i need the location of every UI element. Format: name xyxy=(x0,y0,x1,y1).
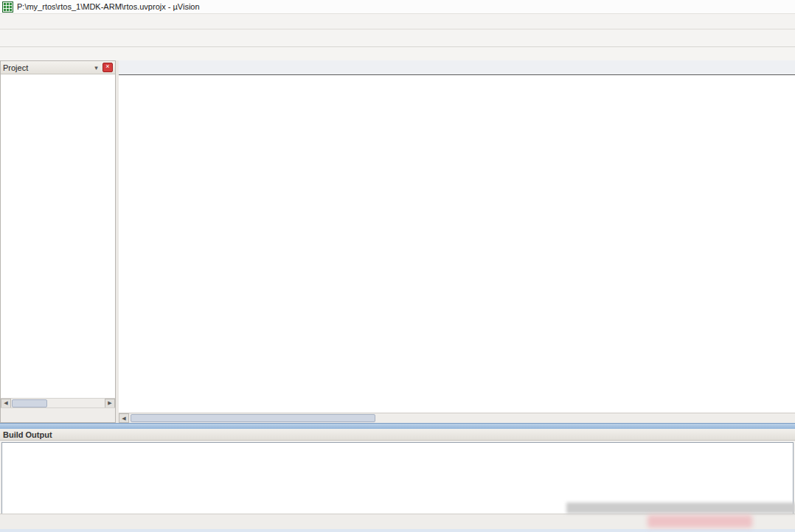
build-output-title: Build Output xyxy=(3,430,52,439)
main-area: Project ▾ × ◀ ▶ ◀ xyxy=(0,60,795,423)
window-title: P:\my_rtos\rtos_1\MDK-ARM\rtos.uvprojx -… xyxy=(17,2,200,11)
scroll-left-icon[interactable]: ◀ xyxy=(1,399,11,408)
watermark-blur-pink xyxy=(648,515,752,528)
project-panel-tabs xyxy=(1,407,115,422)
watermark-blur-gray xyxy=(566,503,795,514)
editor-tab-bar xyxy=(119,60,795,75)
pushpin-icon[interactable]: ▾ xyxy=(92,63,100,71)
status-bar xyxy=(0,529,795,532)
project-panel-header: Project ▾ × xyxy=(1,61,115,74)
toolbar-main xyxy=(0,29,795,47)
scroll-thumb[interactable] xyxy=(12,399,47,407)
keil-uvision-window: P:\my_rtos\rtos_1\MDK-ARM\rtos.uvprojx -… xyxy=(0,0,795,532)
project-panel-title: Project xyxy=(3,63,28,72)
project-tree xyxy=(1,74,115,398)
project-horizontal-scrollbar[interactable]: ◀ ▶ xyxy=(1,398,115,407)
editor-pane: ◀ xyxy=(119,60,795,423)
uvision-app-icon xyxy=(2,1,13,13)
menu-bar xyxy=(0,14,795,29)
title-bar: P:\my_rtos\rtos_1\MDK-ARM\rtos.uvprojx -… xyxy=(0,0,795,14)
build-output-panel: Build Output xyxy=(0,429,795,514)
editor-horizontal-scrollbar[interactable]: ◀ xyxy=(119,413,795,423)
code-editor-surface[interactable] xyxy=(119,75,795,413)
scroll-right-icon[interactable]: ▶ xyxy=(105,399,115,408)
close-icon[interactable]: × xyxy=(103,63,113,72)
scroll-thumb[interactable] xyxy=(131,414,375,422)
project-panel: Project ▾ × ◀ ▶ xyxy=(0,60,116,423)
scroll-left-icon[interactable]: ◀ xyxy=(119,413,129,423)
build-output-header: Build Output xyxy=(0,429,795,441)
